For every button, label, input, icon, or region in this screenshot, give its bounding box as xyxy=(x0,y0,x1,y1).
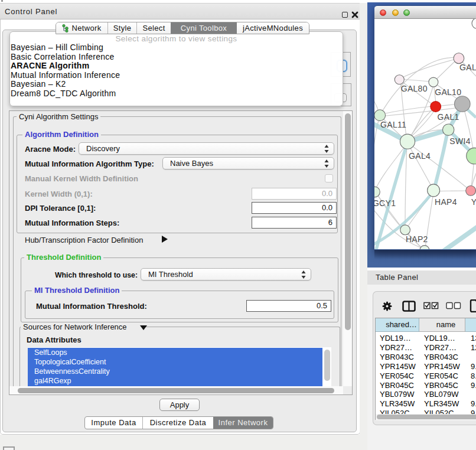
svg-text:SWI4: SWI4 xyxy=(449,136,470,146)
svg-text:GAL1: GAL1 xyxy=(438,112,459,122)
svg-text:GCY1: GCY1 xyxy=(374,198,396,208)
svg-text:Y: Y xyxy=(471,197,476,207)
svg-text:GAL11: GAL11 xyxy=(380,120,406,129)
svg-text:GAL80: GAL80 xyxy=(401,84,428,93)
svg-text:HAP4: HAP4 xyxy=(435,197,457,207)
svg-text:GAL4: GAL4 xyxy=(409,151,431,161)
svg-text:GAL8: GAL8 xyxy=(459,63,476,72)
svg-text:HAP2: HAP2 xyxy=(406,234,428,244)
svg-text:GAL10: GAL10 xyxy=(435,87,461,97)
